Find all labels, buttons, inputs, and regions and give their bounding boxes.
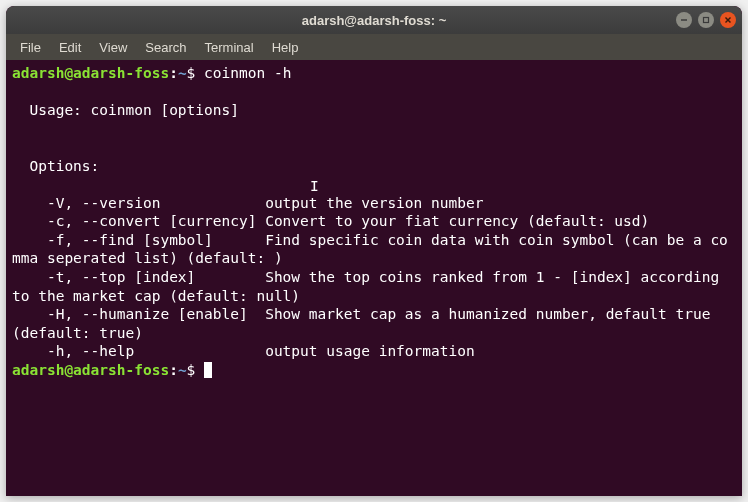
output-opt-version: -V, --version output the version number [12, 195, 483, 211]
maximize-button[interactable] [698, 12, 714, 28]
prompt-dollar: $ [187, 65, 204, 81]
maximize-icon [702, 16, 710, 24]
close-button[interactable] [720, 12, 736, 28]
prompt-separator: : [169, 65, 178, 81]
prompt-dollar: $ [187, 362, 204, 378]
menu-view[interactable]: View [91, 36, 135, 59]
menu-search[interactable]: Search [137, 36, 194, 59]
minimize-icon [680, 16, 688, 24]
output-opt-top: -t, --top [index] Show the top coins ran… [12, 269, 728, 304]
menu-help[interactable]: Help [264, 36, 307, 59]
output-opt-humanize: -H, --humanize [enable] Show market cap … [12, 306, 719, 341]
minimize-button[interactable] [676, 12, 692, 28]
output-opt-find: -f, --find [symbol] Find specific coin d… [12, 232, 728, 267]
prompt-separator: : [169, 362, 178, 378]
window-title: adarsh@adarsh-foss: ~ [302, 13, 447, 28]
text-cursor-icon: I [310, 177, 319, 196]
menu-file[interactable]: File [12, 36, 49, 59]
terminal-body[interactable]: adarsh@adarsh-foss:~$ coinmon -h Usage: … [6, 60, 742, 496]
command-input: coinmon -h [204, 65, 291, 81]
prompt-user: adarsh@adarsh-foss [12, 362, 169, 378]
menubar: File Edit View Search Terminal Help [6, 34, 742, 60]
output-opt-help: -h, --help output usage information [12, 343, 475, 359]
output-options-header: Options: [12, 158, 99, 174]
titlebar: adarsh@adarsh-foss: ~ [6, 6, 742, 34]
svg-rect-1 [704, 18, 709, 23]
close-icon [724, 16, 732, 24]
prompt-path: ~ [178, 65, 187, 81]
prompt-path: ~ [178, 362, 187, 378]
output-opt-convert: -c, --convert [currency] Convert to your… [12, 213, 649, 229]
menu-terminal[interactable]: Terminal [197, 36, 262, 59]
terminal-window: adarsh@adarsh-foss: ~ File Edit View Sea… [6, 6, 742, 496]
prompt-user: adarsh@adarsh-foss [12, 65, 169, 81]
output-usage: Usage: coinmon [options] [12, 102, 239, 118]
menu-edit[interactable]: Edit [51, 36, 89, 59]
cursor-block [204, 362, 212, 378]
window-controls [676, 12, 736, 28]
